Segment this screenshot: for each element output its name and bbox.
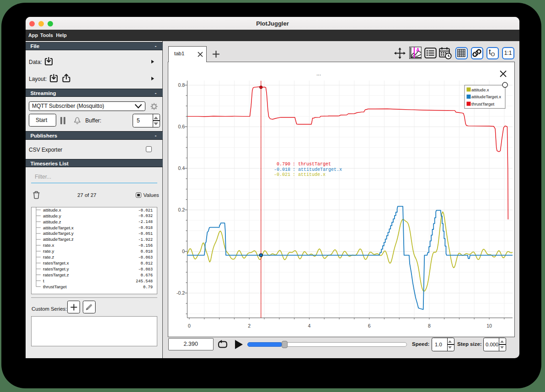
svg-text:rate.y: rate.y bbox=[43, 249, 54, 254]
svg-text:0.018: 0.018 bbox=[141, 249, 153, 254]
svg-text:0.8: 0.8 bbox=[178, 82, 185, 88]
svg-text:attitudeTarget.x: attitudeTarget.x bbox=[471, 94, 501, 99]
svg-text:ratesTarget.z: ratesTarget.z bbox=[43, 272, 69, 277]
svg-text:attitude.z: attitude.z bbox=[43, 219, 61, 224]
svg-text:0: 0 bbox=[188, 323, 191, 328]
svg-text:A: A bbox=[416, 47, 420, 53]
svg-text:-0.021: -0.021 bbox=[138, 208, 153, 212]
svg-text:-0.063: -0.063 bbox=[138, 255, 153, 260]
svg-text:6: 6 bbox=[368, 323, 371, 328]
svg-text:: attitude.x: : attitude.x bbox=[293, 172, 326, 177]
svg-text:0: 0 bbox=[182, 249, 185, 254]
svg-text:-0.156: -0.156 bbox=[138, 244, 153, 248]
svg-text:ratesTarget.y: ratesTarget.y bbox=[43, 266, 69, 271]
svg-text:10: 10 bbox=[486, 323, 492, 328]
svg-text:8: 8 bbox=[428, 323, 431, 328]
svg-text:4: 4 bbox=[308, 323, 310, 328]
svg-text:rate.x: rate.x bbox=[43, 243, 54, 248]
svg-text:-0.021: -0.021 bbox=[274, 172, 290, 177]
svg-text:-0.018: -0.018 bbox=[138, 226, 153, 230]
svg-text:-0.032: -0.032 bbox=[138, 214, 153, 218]
svg-text:245.548: 245.548 bbox=[136, 279, 153, 283]
svg-text:rate.z: rate.z bbox=[43, 254, 54, 260]
svg-text:0.676: 0.676 bbox=[141, 273, 153, 277]
svg-text:2: 2 bbox=[248, 323, 251, 328]
svg-text:0.2: 0.2 bbox=[178, 207, 185, 212]
svg-text:0.4: 0.4 bbox=[178, 165, 185, 171]
svg-text:-1.922: -1.922 bbox=[138, 238, 153, 242]
svg-text:attitudeTarget.x: attitudeTarget.x bbox=[43, 225, 74, 230]
svg-text:-0.083: -0.083 bbox=[138, 267, 153, 271]
svg-text:attitude.x: attitude.x bbox=[471, 87, 489, 92]
svg-text:attitudeTarget.y: attitudeTarget.y bbox=[43, 231, 74, 236]
svg-text:: thrustTarget: : thrustTarget bbox=[293, 162, 331, 167]
svg-text:: attitudeTarget.x: : attitudeTarget.x bbox=[293, 167, 342, 172]
svg-text:0.790: 0.790 bbox=[277, 162, 290, 167]
svg-text:-2.148: -2.148 bbox=[138, 220, 153, 224]
svg-text:attitude.y: attitude.y bbox=[43, 213, 61, 218]
svg-text:...: ... bbox=[316, 70, 321, 77]
svg-text:attitudeTarget.z: attitudeTarget.z bbox=[43, 237, 74, 242]
svg-text:thrustTarget: thrustTarget bbox=[43, 284, 67, 289]
svg-text:thrustTarget: thrustTarget bbox=[471, 101, 495, 106]
svg-text:-0.2: -0.2 bbox=[176, 290, 185, 296]
svg-text:0.012: 0.012 bbox=[141, 261, 153, 265]
svg-text:attitude.x: attitude.x bbox=[43, 207, 61, 212]
svg-text:-0.018: -0.018 bbox=[274, 167, 290, 172]
svg-text:t: t bbox=[43, 278, 44, 283]
svg-text:0.79: 0.79 bbox=[143, 285, 153, 289]
svg-text:ratesTarget.x: ratesTarget.x bbox=[43, 260, 69, 265]
svg-text:-0.051: -0.051 bbox=[138, 232, 153, 236]
svg-text:0.6: 0.6 bbox=[178, 124, 185, 129]
